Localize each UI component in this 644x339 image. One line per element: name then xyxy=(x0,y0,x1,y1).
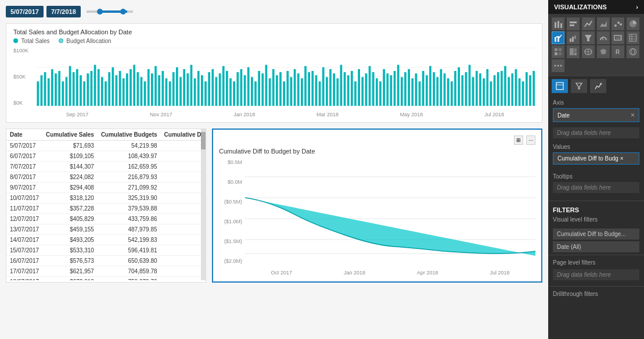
table-cell: ($22,312) xyxy=(161,204,206,214)
data-table: Date Cumulative Sales Cumulative Budgets… xyxy=(6,129,206,280)
svg-rect-128 xyxy=(469,65,471,106)
viz-icon-matrix[interactable] xyxy=(552,45,564,58)
legend-dot-budget xyxy=(59,38,63,43)
tooltips-section: Tooltips Drag data fields here xyxy=(548,170,644,198)
tab-fields[interactable] xyxy=(552,79,568,93)
drag-fields-3[interactable]: Drag data fields here xyxy=(553,269,639,280)
date-slider-handle-right[interactable] xyxy=(120,9,126,15)
viz-panel-title: VISUALIZATIONS xyxy=(554,3,607,10)
drag-fields-1[interactable]: Drag data fields here xyxy=(553,127,639,138)
viz-icon-area-chart[interactable] xyxy=(597,17,610,30)
legend-dot-sales xyxy=(13,38,18,43)
popup-menu-icon[interactable]: ··· xyxy=(526,135,535,145)
table-cell: $493,205 xyxy=(42,235,98,245)
values-field-box[interactable]: Cumulative Diff to Budg × xyxy=(553,152,639,165)
legend-budget-allocation: Budget Allocation xyxy=(59,38,111,44)
data-table-container: Date Cumulative Sales Cumulative Budgets… xyxy=(6,129,206,283)
axis-field-close[interactable]: × xyxy=(631,111,635,119)
svg-rect-15 xyxy=(66,77,68,106)
svg-rect-126 xyxy=(461,75,463,106)
popup-expand-icon[interactable]: ⊞ xyxy=(514,135,523,145)
table-cell: $621,957 xyxy=(42,266,98,277)
svg-rect-175 xyxy=(559,48,562,51)
svg-rect-34 xyxy=(133,65,135,106)
svg-rect-70 xyxy=(261,73,264,106)
filter-item-1[interactable]: Cumulative Diff to Budge... xyxy=(553,229,639,240)
svg-rect-31 xyxy=(123,78,125,106)
table-scrollbar-thumb[interactable] xyxy=(201,132,206,149)
table-cell: $672,910 xyxy=(42,277,98,281)
viz-icon-pie[interactable] xyxy=(627,17,639,30)
date-slider-bar[interactable] xyxy=(87,10,133,13)
viz-icon-gauge[interactable] xyxy=(597,31,610,44)
svg-rect-83 xyxy=(308,72,310,106)
table-scrollbar[interactable] xyxy=(201,129,206,280)
svg-point-189 xyxy=(560,65,562,67)
viz-icon-r-visual[interactable]: R xyxy=(611,45,624,58)
date-end-badge[interactable]: 7/7/2018 xyxy=(46,6,81,17)
svg-rect-80 xyxy=(297,73,300,106)
svg-rect-95 xyxy=(351,71,353,106)
svg-rect-178 xyxy=(570,48,574,55)
svg-rect-7 xyxy=(37,81,39,106)
svg-rect-17 xyxy=(73,72,75,106)
viz-icon-treemap[interactable] xyxy=(567,45,580,58)
tooltips-label: Tooltips xyxy=(553,173,639,180)
tab-analytics[interactable] xyxy=(590,79,606,93)
svg-rect-74 xyxy=(276,75,278,106)
filter-item-2[interactable]: Date (All) xyxy=(553,241,639,252)
table-header-row: Date Cumulative Sales Cumulative Budgets… xyxy=(6,129,206,141)
viz-icon-scatter[interactable] xyxy=(611,17,624,30)
tab-filter[interactable] xyxy=(571,79,587,93)
viz-icon-funnel[interactable] xyxy=(582,31,595,44)
viz-icon-combo[interactable] xyxy=(552,31,564,44)
viz-icon-more[interactable] xyxy=(552,59,564,72)
svg-rect-176 xyxy=(555,52,557,55)
svg-rect-134 xyxy=(490,81,492,106)
svg-rect-24 xyxy=(98,69,100,106)
date-start-badge[interactable]: 5/07/2017 xyxy=(6,6,44,17)
viz-icon-line-chart[interactable] xyxy=(582,17,595,30)
svg-rect-119 xyxy=(436,77,438,106)
svg-rect-125 xyxy=(458,67,460,106)
svg-rect-145 xyxy=(529,75,531,106)
svg-rect-21 xyxy=(87,73,89,106)
svg-rect-122 xyxy=(447,78,449,106)
svg-rect-105 xyxy=(386,73,388,106)
viz-scroll[interactable]: 123 R xyxy=(548,14,644,339)
svg-rect-143 xyxy=(522,81,524,106)
svg-rect-106 xyxy=(390,75,393,106)
svg-rect-129 xyxy=(472,77,474,106)
svg-rect-93 xyxy=(344,72,346,106)
table-cell: ($63,110) xyxy=(161,245,206,256)
table-scroll[interactable]: Date Cumulative Sales Cumulative Budgets… xyxy=(6,129,206,280)
table-cell: 17/07/2017 xyxy=(6,266,42,277)
svg-rect-51 xyxy=(194,78,196,106)
viz-panel-chevron[interactable]: › xyxy=(636,3,638,10)
svg-rect-177 xyxy=(559,52,562,55)
date-slider-handle-left[interactable] xyxy=(97,9,103,15)
svg-point-186 xyxy=(632,49,635,55)
svg-rect-27 xyxy=(108,72,110,106)
viz-icon-bar-chart[interactable] xyxy=(567,17,580,30)
svg-rect-53 xyxy=(201,75,203,106)
viz-icon-filled-map[interactable] xyxy=(597,45,610,58)
axis-field-box[interactable]: Date × xyxy=(553,108,639,122)
table-cell: 7/07/2017 xyxy=(6,162,42,172)
svg-rect-163 xyxy=(570,38,571,42)
viz-icon-map[interactable] xyxy=(582,45,595,58)
viz-icon-globe[interactable] xyxy=(627,45,639,58)
viz-icon-stacked-bar[interactable] xyxy=(552,17,564,30)
visual-filters-label: Visual level filters xyxy=(553,216,639,223)
table-body: 5/07/2017$71,69354,219.98$17,4736/07/201… xyxy=(6,141,206,281)
viz-icon-waterfall[interactable] xyxy=(567,31,580,44)
table-cell: 596,419.81 xyxy=(98,245,161,256)
svg-rect-75 xyxy=(279,72,282,106)
svg-rect-35 xyxy=(136,72,139,106)
svg-rect-115 xyxy=(422,71,424,106)
svg-rect-48 xyxy=(183,69,185,106)
viz-icon-table-viz[interactable] xyxy=(627,31,639,44)
viz-icon-card[interactable]: 123 xyxy=(611,31,624,44)
col-header-cumulative-sales: Cumulative Sales xyxy=(42,129,98,141)
drag-fields-2[interactable]: Drag data fields here xyxy=(553,182,639,193)
